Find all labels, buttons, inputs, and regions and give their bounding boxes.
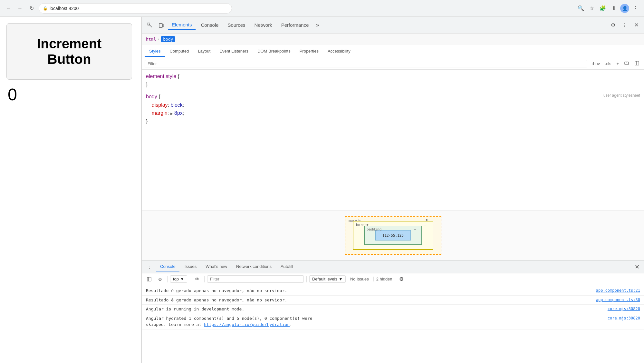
console-tab-whats-new[interactable]: What's new [202,262,231,271]
toggle-sidebar[interactable] [632,60,641,67]
download-button[interactable]: ⬇ [609,4,618,13]
increment-button-label: IncrementButton [37,36,102,67]
box-content: 112×55.125 [375,230,411,240]
devtools-device-button[interactable] [156,20,167,30]
hydration-link[interactable]: https://angular.io/guide/hydration [204,322,290,327]
console-msg-link-4[interactable]: core.mjs:30820 [608,315,640,321]
divider-4 [306,276,307,282]
style-tab-dom-breakpoints[interactable]: DOM Breakpoints [253,46,295,57]
console-tab-network-conditions[interactable]: Network conditions [232,262,275,271]
address-bar[interactable]: 🔒 localhost:4200 [39,3,232,14]
style-tab-properties[interactable]: Properties [295,46,323,57]
padding-label: padding [367,227,381,231]
user-agent-label: user agent stylesheet [603,93,640,99]
devtools-tab-sources[interactable]: Sources [224,20,249,30]
cls-toggle[interactable]: .cls [603,61,613,67]
styles-filter-input[interactable] [145,60,587,67]
css-margin-triangle[interactable]: ▶ [170,112,173,115]
eye-button[interactable]: 👁 [193,275,202,284]
console-cancel-button[interactable]: ⊘ [156,275,165,284]
svg-line-1 [149,24,152,27]
devtools-settings-button[interactable]: ⚙ [608,20,618,30]
devtools-select-element-button[interactable] [145,20,155,30]
console-levels-dropdown[interactable]: Default levels ▼ [309,275,346,283]
console-message-1: Resultado é gerado apenas no navegador, … [142,286,644,296]
top-dropdown[interactable]: top ▼ [170,275,187,283]
bookmark-button[interactable]: ☆ [587,4,596,13]
forward-button[interactable]: → [15,4,24,13]
increment-button[interactable]: IncrementButton [6,23,132,80]
filter-bar: :hov .cls + [142,58,644,70]
devtools-panel: Elements Console Sources Network Perform… [142,17,644,363]
console-msg-text-4: Angular hydrated 1 component(s) and 5 no… [146,315,608,328]
console-tab-autofill[interactable]: Autofill [277,262,297,271]
console-area: ⋮ Console Issues What's new Network cond… [142,260,644,363]
dropdown-arrow: ▼ [180,277,184,281]
style-tab-event-listeners[interactable]: Event Listeners [215,46,253,57]
svg-rect-8 [147,277,151,281]
console-settings-button[interactable]: ⚙ [397,275,406,284]
chrome-actions: 🔍 ☆ 🧩 ⬇ 👤 ⋮ [576,4,640,13]
zoom-button[interactable]: 🔍 [576,4,585,13]
no-issues: No Issues [348,277,371,281]
console-sidebar-button[interactable] [145,275,154,284]
breadcrumb-body[interactable]: body [161,36,175,42]
console-msg-link-2[interactable]: app.component.ts:30 [596,297,640,303]
console-msg-text-2: Resultado é gerado apenas no navegador, … [146,297,596,303]
devtools-tab-console[interactable]: Console [197,20,223,30]
style-tab-styles[interactable]: Styles [145,46,165,57]
filter-actions: :hov .cls + [590,60,641,67]
counter-display: 0 [8,85,135,104]
element-style-rule: element.style { } [146,72,640,89]
back-button[interactable]: ← [4,4,13,13]
svg-rect-2 [159,24,162,27]
breadcrumb-separator: › [157,37,160,42]
devtools-tab-performance[interactable]: Performance [277,20,313,30]
border-value: – [424,223,426,227]
css-property-display[interactable]: display [152,102,168,108]
devtools-more-tabs[interactable]: » [314,20,321,30]
devtools-main: :hov .cls + element.style { } [142,58,644,260]
main-area: IncrementButton 0 Elements [0,17,644,363]
hover-toggle[interactable]: :hov [590,61,602,67]
devtools-tab-network[interactable]: Network [251,20,276,30]
console-close-button[interactable]: ✕ [632,262,641,271]
console-tab-issues[interactable]: Issues [181,262,201,271]
hidden-count: 2 hidden [373,277,395,281]
devtools-tab-elements[interactable]: Elements [168,20,196,30]
styles-subtabs: Styles Computed Layout Event Listeners D… [142,45,644,58]
css-value-display[interactable]: block [170,102,182,108]
console-tab-console[interactable]: Console [156,262,179,271]
refresh-button[interactable]: ↻ [27,4,36,13]
console-toolbar: ⊘ top ▼ 👁 Default levels ▼ No Issues 2 h… [142,273,644,285]
devtools-more-button[interactable]: ⋮ [620,20,630,30]
css-selector-element: element.style [146,74,176,79]
toggle-element-state[interactable] [622,60,631,67]
box-model-area: margin 8 border – padding – 112×55.125 [142,211,644,260]
user-avatar[interactable]: 👤 [620,4,629,13]
console-filter-input[interactable] [207,275,304,283]
levels-arrow: ▼ [339,277,343,281]
css-value-margin[interactable]: 8px [173,110,183,116]
devtools-action-buttons: ⚙ ⋮ ✕ [608,20,641,30]
console-more-options[interactable]: ⋮ [145,262,155,272]
browser-chrome: ← → ↻ 🔒 localhost:4200 🔍 ☆ 🧩 ⬇ 👤 ⋮ [0,0,644,17]
extensions-button[interactable]: 🧩 [598,4,607,13]
css-rules-area: element.style { } user agent stylesheet … [142,70,644,211]
style-tab-computed[interactable]: Computed [165,46,193,57]
console-msg-link-3[interactable]: core.mjs:30820 [608,306,640,312]
style-tab-layout[interactable]: Layout [193,46,215,57]
box-model: margin 8 border – padding – 112×55.125 [345,216,441,255]
svg-rect-3 [163,25,164,27]
breadcrumb-html[interactable]: html [146,37,156,42]
console-msg-link-1[interactable]: app.component.ts:21 [596,288,640,293]
address-text: localhost:4200 [50,6,79,11]
add-style-rule[interactable]: + [614,61,621,67]
css-property-margin[interactable]: margin [152,110,168,116]
console-message-3: Angular is running in development mode. … [142,305,644,314]
console-tabs: ⋮ Console Issues What's new Network cond… [142,260,644,273]
box-border: border – padding – 112×55.125 [353,221,433,250]
devtools-close-button[interactable]: ✕ [631,20,641,30]
style-tab-accessibility[interactable]: Accessibility [323,46,355,57]
more-chrome-button[interactable]: ⋮ [631,4,640,13]
